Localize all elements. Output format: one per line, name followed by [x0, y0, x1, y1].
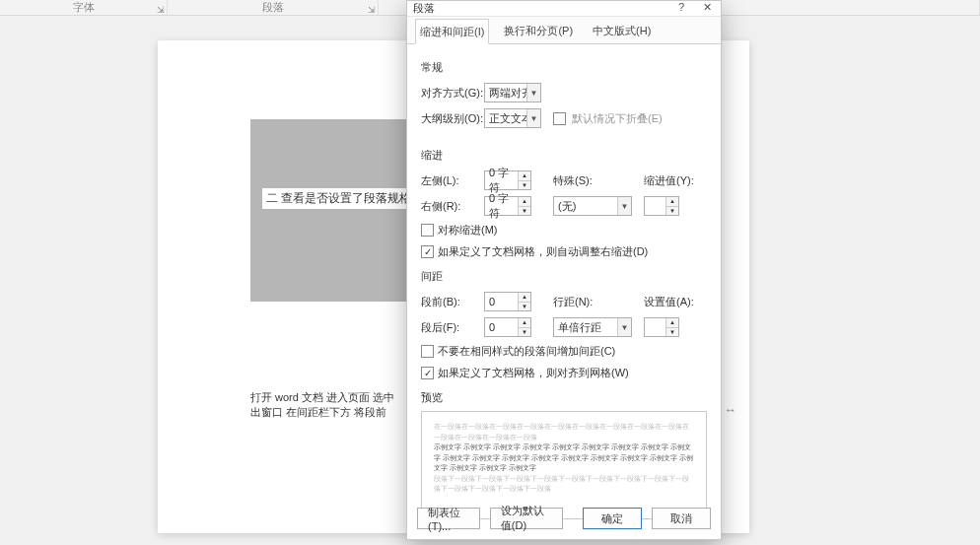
- outline-combo[interactable]: 正文文本 ▼: [484, 108, 541, 128]
- after-label: 段后(F):: [421, 320, 484, 335]
- tab-indent-spacing[interactable]: 缩进和间距(I): [415, 19, 489, 44]
- before-value: 0: [489, 296, 495, 307]
- set-default-button[interactable]: 设为默认值(D): [490, 508, 563, 529]
- dialog-title: 段落: [413, 1, 435, 16]
- indentval-input[interactable]: ▲▼: [644, 196, 679, 216]
- tab-line-page-breaks[interactable]: 换行和分页(P): [499, 18, 578, 43]
- section-spacing: 间距: [421, 269, 707, 284]
- before-input[interactable]: 0 ▲▼: [484, 292, 531, 311]
- dialog-buttons: 制表位(T)... 设为默认值(D) 确定 取消: [407, 506, 721, 531]
- spinner-icon[interactable]: ▲▼: [665, 318, 678, 336]
- chevron-down-icon: ▼: [617, 197, 631, 215]
- after-input[interactable]: 0 ▲▼: [484, 317, 531, 337]
- spinner-icon[interactable]: ▲▼: [518, 197, 530, 215]
- special-label: 特殊(S):: [553, 173, 606, 188]
- line-spacing-combo[interactable]: 单倍行距 ▼: [553, 317, 632, 337]
- row-adjust-indent: ✓ 如果定义了文档网格，则自动调整右缩进(D): [421, 241, 707, 261]
- row-mirror: 对称缩进(M): [421, 220, 707, 239]
- line-spacing-value: 单倍行距: [558, 320, 601, 335]
- dialog-launcher-icon[interactable]: ⇲: [157, 5, 165, 15]
- dialog-help-button[interactable]: ?: [671, 1, 691, 13]
- ribbon-group-font: 字体 ⇲: [0, 0, 168, 15]
- tabs-button[interactable]: 制表位(T)...: [417, 508, 480, 529]
- preview-grey-above: 在一段落在一段落在一段落在一段落在一段落在一段落在一段落在一段落在一段落在一段落…: [434, 422, 694, 443]
- section-preview: 预览: [421, 390, 707, 405]
- preview-body: 示例文字 示例文字 示例文字 示例文字 示例文字 示例文字 示例文字 示例文字 …: [434, 443, 694, 474]
- ok-button[interactable]: 确定: [583, 508, 642, 529]
- ribbon-group-paragraph-label: 段落: [262, 0, 284, 15]
- dialog-body: 常规 对齐方式(G): 两端对齐 ▼ 大纲级别(O): 正文文本 ▼ 默认情况下…: [407, 44, 721, 525]
- row-indent-left: 左侧(L): 0 字符 ▲▼ 特殊(S): 缩进值(Y):: [421, 169, 707, 192]
- row-snap-grid: ✓ 如果定义了文档网格，则对齐到网格(W): [421, 363, 707, 382]
- doc-text-line-1: 二 查看是否设置了段落规格: [262, 188, 415, 209]
- collapse-checkbox[interactable]: [553, 112, 566, 125]
- setval-label: 设置值(A):: [644, 295, 699, 309]
- indentval-label: 缩进值(Y):: [644, 173, 699, 188]
- adjust-indent-checkbox[interactable]: ✓: [421, 245, 434, 258]
- row-space-before: 段前(B): 0 ▲▼ 行距(N): 设置值(A):: [421, 290, 707, 313]
- snap-grid-label: 如果定义了文档网格，则对齐到网格(W): [438, 366, 629, 380]
- preview-grey-below: 段落下一段落下一段落下一段落下一段落下一段落下一段落下一段落下一段落下一段落下一…: [434, 474, 694, 495]
- mirror-label: 对称缩进(M): [438, 223, 498, 238]
- doc-text-line-2b: 出窗口 在间距栏下方 将段前: [250, 405, 408, 420]
- paragraph-dialog: 段落 ? ✕ 缩进和间距(I) 换行和分页(P) 中文版式(H) 常规 对齐方式…: [406, 0, 722, 540]
- section-general: 常规: [421, 60, 707, 75]
- dialog-close-button[interactable]: ✕: [697, 1, 717, 14]
- doc-selection-box: [250, 119, 408, 302]
- adjust-indent-label: 如果定义了文档网格，则自动调整右缩进(D): [438, 244, 648, 259]
- mirror-checkbox[interactable]: [421, 224, 434, 237]
- left-indent-label: 左侧(L):: [421, 173, 484, 188]
- ribbon-group-paragraph: 段落 ⇲: [168, 0, 379, 15]
- preview-box: 在一段落在一段落在一段落在一段落在一段落在一段落在一段落在一段落在一段落在一段落…: [421, 411, 707, 519]
- chevron-down-icon: ▼: [617, 318, 631, 336]
- row-indent-right: 右侧(R): 0 字符 ▲▼ (无) ▼ ▲▼: [421, 194, 707, 218]
- ribbon-group-font-label: 字体: [73, 0, 95, 15]
- tab-asian-typography[interactable]: 中文版式(H): [588, 18, 656, 43]
- row-no-space-same: 不要在相同样式的段落间增加间距(C): [421, 341, 707, 361]
- row-alignment: 对齐方式(G): 两端对齐 ▼: [421, 81, 707, 104]
- alignment-label: 对齐方式(G):: [421, 86, 484, 101]
- special-combo[interactable]: (无) ▼: [553, 196, 632, 216]
- snap-grid-checkbox[interactable]: ✓: [421, 367, 434, 379]
- collapse-label: 默认情况下折叠(E): [572, 111, 663, 126]
- spinner-icon[interactable]: ▲▼: [518, 293, 530, 310]
- row-space-after: 段后(F): 0 ▲▼ 单倍行距 ▼ ▲▼: [421, 315, 707, 339]
- alignment-combo[interactable]: 两端对齐 ▼: [484, 83, 541, 102]
- dialog-launcher-icon[interactable]: ⇲: [368, 5, 376, 15]
- no-space-same-checkbox[interactable]: [421, 345, 434, 358]
- doc-text-block-2: 打开 word 文档 进入页面 选中 出窗口 在间距栏下方 将段前: [250, 390, 408, 420]
- chevron-down-icon: ▼: [526, 84, 540, 102]
- setval-input[interactable]: ▲▼: [644, 317, 679, 337]
- spinner-icon[interactable]: ▲▼: [518, 171, 530, 189]
- resize-handle-icon: ↔: [725, 403, 736, 415]
- after-value: 0: [489, 321, 495, 333]
- before-label: 段前(B):: [421, 295, 484, 309]
- spinner-icon[interactable]: ▲▼: [665, 197, 678, 215]
- no-space-same-label: 不要在相同样式的段落间增加间距(C): [438, 344, 615, 359]
- section-indent: 缩进: [421, 148, 707, 163]
- right-indent-input[interactable]: 0 字符 ▲▼: [484, 196, 531, 216]
- line-spacing-label: 行距(N):: [553, 295, 606, 309]
- cancel-button[interactable]: 取消: [652, 508, 711, 529]
- left-indent-input[interactable]: 0 字符 ▲▼: [484, 170, 531, 190]
- doc-text-line-2a: 打开 word 文档 进入页面 选中: [250, 390, 408, 405]
- right-indent-label: 右侧(R):: [421, 199, 484, 214]
- special-value: (无): [558, 199, 576, 214]
- dialog-titlebar: 段落 ? ✕: [407, 1, 721, 17]
- dialog-tabbar: 缩进和间距(I) 换行和分页(P) 中文版式(H): [407, 17, 721, 44]
- spinner-icon[interactable]: ▲▼: [518, 318, 530, 336]
- right-indent-value: 0 字符: [489, 191, 517, 221]
- chevron-down-icon: ▼: [526, 109, 540, 127]
- row-outline: 大纲级别(O): 正文文本 ▼ 默认情况下折叠(E): [421, 106, 707, 130]
- outline-label: 大纲级别(O):: [421, 111, 484, 126]
